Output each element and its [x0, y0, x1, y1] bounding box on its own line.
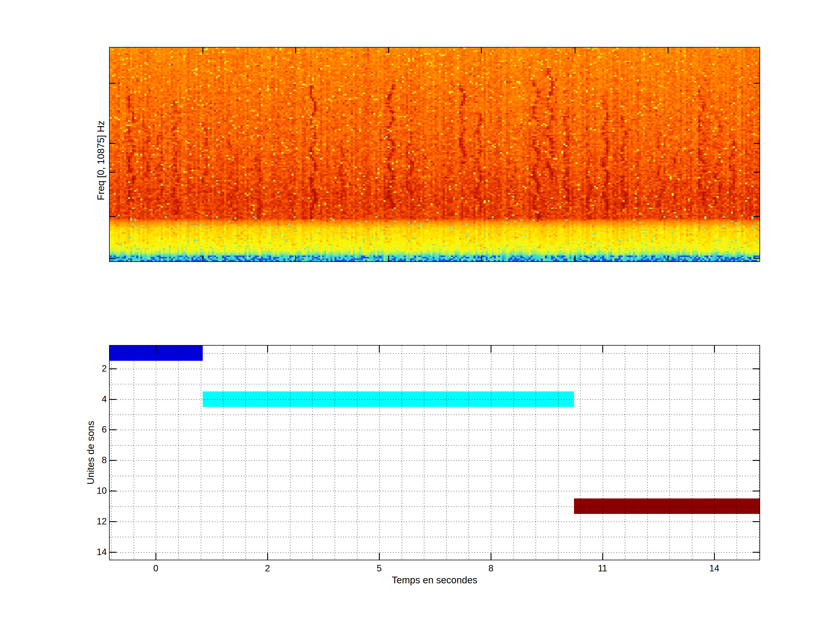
timeline-vertical-gridline — [513, 346, 514, 560]
timeline-vertical-gridline — [178, 346, 179, 560]
timeline-vertical-gridline — [312, 346, 313, 560]
timeline-horizontal-gridline — [110, 414, 759, 415]
y-tick-label: 12 — [72, 516, 107, 527]
timeline-horizontal-gridline — [110, 521, 759, 522]
timeline-vertical-gridline — [669, 346, 670, 560]
spectrogram-bottom-tick — [481, 256, 482, 261]
timeline-vertical-gridline — [335, 346, 335, 560]
y-tick-label: 6 — [72, 424, 107, 436]
timeline-horizontal-gridline — [110, 476, 759, 476]
y-tick-label: 10 — [72, 485, 107, 497]
y-major-tick-right — [753, 368, 759, 369]
x-major-tick — [491, 553, 491, 560]
x-major-tick — [155, 553, 156, 560]
x-tick-label: 2 — [247, 563, 288, 574]
timeline-vertical-gridline — [290, 346, 291, 560]
timeline-vertical-gridline — [245, 346, 246, 560]
x-tick-label: 8 — [471, 563, 511, 574]
spectrogram-bottom-tick — [202, 256, 203, 261]
timeline-horizontal-gridline — [110, 429, 759, 430]
spectrogram-right-tick — [754, 258, 759, 259]
timeline-horizontal-gridline — [110, 537, 759, 537]
y-major-tick — [110, 521, 117, 522]
y-major-tick — [110, 552, 117, 553]
timeline-horizontal-gridline — [110, 353, 759, 354]
timeline-vertical-gridline — [647, 346, 648, 560]
timeline-vertical-gridline — [379, 346, 380, 560]
spectrogram-left-tick — [110, 143, 115, 144]
timeline-horizontal-gridline — [110, 399, 759, 400]
x-major-tick-top — [491, 346, 491, 353]
y-major-tick-right — [753, 491, 759, 491]
timeline-vertical-gridline — [692, 346, 692, 560]
y-major-tick — [110, 368, 117, 369]
spectrogram-top-tick — [481, 47, 482, 54]
timeline-horizontal-gridline — [110, 369, 759, 369]
x-major-tick — [602, 553, 603, 560]
x-tick-label: 14 — [694, 563, 735, 574]
timeline-horizontal-gridline — [110, 506, 759, 507]
timeline-horizontal-gridline — [110, 384, 759, 384]
y-tick-label: 14 — [72, 546, 107, 558]
spectrogram-top-tick — [668, 47, 668, 54]
timeline-vertical-gridline — [201, 346, 201, 560]
spectrogram-left-tick — [110, 172, 115, 173]
timeline-horizontal-gridline — [110, 460, 759, 461]
y-major-tick-right — [753, 460, 759, 461]
spectrogram-image — [110, 47, 759, 261]
y-major-tick-right — [753, 399, 759, 400]
timeline-vertical-gridline — [580, 346, 581, 560]
timeline-vertical-gridline — [736, 346, 737, 560]
y-major-tick — [110, 460, 117, 461]
timeline-vertical-gridline — [446, 346, 447, 560]
timeline-vertical-gridline — [714, 346, 715, 560]
x-major-tick-top — [379, 346, 380, 353]
spectrogram-bottom-tick — [388, 256, 389, 261]
spectrogram-bottom-tick — [668, 256, 668, 261]
spectrogram-top-tick — [388, 47, 389, 54]
spectrogram-plot — [109, 47, 760, 262]
y-tick-label: 2 — [72, 363, 107, 374]
x-major-tick-top — [267, 346, 268, 353]
timeline-vertical-gridline — [603, 346, 603, 560]
y-major-tick-right — [753, 429, 759, 430]
y-major-tick-right — [753, 521, 759, 522]
y-major-tick — [110, 429, 117, 430]
spectrogram-top-tick — [295, 47, 296, 54]
spectrogram-right-tick — [754, 216, 759, 217]
x-major-tick-top — [155, 346, 156, 353]
x-tick-label: 0 — [135, 563, 176, 574]
y-tick-label: 4 — [72, 393, 107, 405]
timeline-vertical-gridline — [267, 346, 268, 560]
timeline-horizontal-gridline — [110, 552, 759, 553]
spectrogram-bottom-tick — [575, 256, 575, 261]
spectrogram-top-tick — [202, 47, 203, 54]
y-major-tick — [110, 399, 117, 400]
timeline-vertical-gridline — [111, 346, 112, 560]
spectrogram-left-tick — [110, 216, 115, 217]
spectrogram-right-tick — [754, 172, 759, 173]
timeline-vertical-gridline — [402, 346, 402, 560]
x-major-tick-top — [602, 346, 603, 353]
y-major-tick-right — [753, 552, 759, 553]
timeline-vertical-gridline — [134, 346, 134, 560]
spectrogram-right-tick — [754, 83, 759, 84]
spectrogram-bottom-tick — [295, 256, 296, 261]
spectrogram-left-tick — [110, 83, 115, 84]
timeline-vertical-gridline — [156, 346, 156, 560]
y-tick-label: 8 — [72, 455, 107, 466]
timeline-vertical-gridline — [223, 346, 223, 560]
x-tick-label: 11 — [582, 563, 623, 574]
timeline-vertical-gridline — [424, 346, 425, 560]
timeline-vertical-gridline — [535, 346, 536, 560]
x-major-tick — [379, 553, 380, 560]
timeline-vertical-gridline — [357, 346, 358, 560]
spectrogram-top-tick — [575, 47, 575, 54]
timeline-vertical-gridline — [759, 346, 759, 560]
timeline-vertical-gridline — [625, 346, 625, 560]
timeline-horizontal-gridline — [110, 491, 759, 491]
timeline-plot — [109, 345, 760, 560]
x-major-tick-top — [714, 346, 715, 353]
spectrogram-ylabel: Freq [0, 10875] Hz — [95, 120, 106, 200]
timeline-vertical-gridline — [468, 346, 469, 560]
